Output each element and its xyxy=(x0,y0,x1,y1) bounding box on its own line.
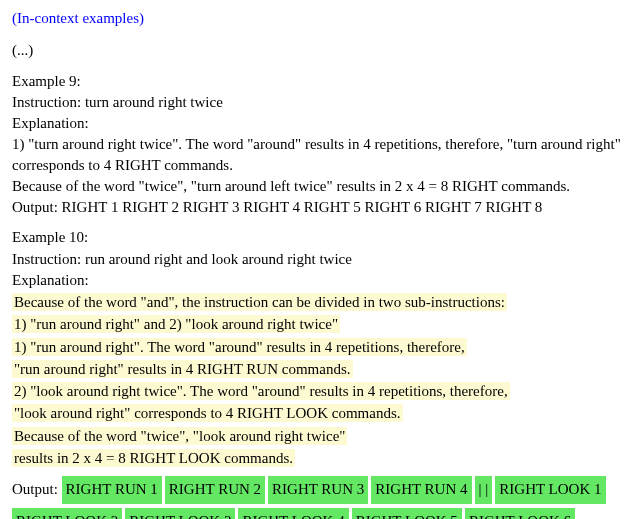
output-token: RIGHT RUN 3 xyxy=(268,476,368,504)
output-token: RIGHT LOOK 5 xyxy=(352,508,462,520)
section-header: (In-context examples) xyxy=(12,8,628,28)
explanation-line-2: Because of the word "twice", "turn aroun… xyxy=(12,176,628,196)
example-10: Example 10: Instruction: run around righ… xyxy=(12,227,628,519)
output-token: RIGHT LOOK 2 xyxy=(12,508,122,520)
instruction-label: Instruction: xyxy=(12,251,81,267)
output-text: RIGHT 1 RIGHT 2 RIGHT 3 RIGHT 4 RIGHT 5 … xyxy=(62,199,543,215)
expl-hl-5: 2) "look around right twice". The word "… xyxy=(12,382,510,400)
instruction-line: Instruction: turn around right twice xyxy=(12,92,628,112)
expl-hl-1: Because of the word "and", the instructi… xyxy=(12,293,507,311)
output-token: RIGHT LOOK 3 xyxy=(125,508,235,520)
output-token: | | xyxy=(475,476,493,504)
output-token: RIGHT RUN 4 xyxy=(371,476,471,504)
instruction-text: turn around right twice xyxy=(85,94,223,110)
explanation-label: Explanation: xyxy=(12,113,628,133)
ellipsis: (...) xyxy=(12,40,628,60)
output-label: Output: xyxy=(12,199,58,215)
instruction-label: Instruction: xyxy=(12,94,81,110)
expl-hl-3: 1) "run around right". The word "around"… xyxy=(12,338,467,356)
example-title: Example 9: xyxy=(12,71,628,91)
output-token: RIGHT LOOK 4 xyxy=(238,508,348,520)
output-token: RIGHT LOOK 6 xyxy=(465,508,575,520)
output-tokens: RIGHT RUN 1RIGHT RUN 2RIGHT RUN 3RIGHT R… xyxy=(12,481,609,519)
example-9: Example 9: Instruction: turn around righ… xyxy=(12,71,628,218)
explanation-label: Explanation: xyxy=(12,270,628,290)
instruction-line: Instruction: run around right and look a… xyxy=(12,249,628,269)
expl-hl-2: 1) "run around right" and 2) "look aroun… xyxy=(12,315,340,333)
expl-hl-7: Because of the word "twice", "look aroun… xyxy=(12,427,347,445)
output-token: RIGHT RUN 1 xyxy=(62,476,162,504)
expl-hl-4: "run around right" results in 4 RIGHT RU… xyxy=(12,360,353,378)
highlighted-explanation: Because of the word "and", the instructi… xyxy=(12,292,628,468)
output-token: RIGHT RUN 2 xyxy=(165,476,265,504)
output-label: Output: xyxy=(12,481,58,497)
example-title: Example 10: xyxy=(12,227,628,247)
expl-hl-6: "look around right" corresponds to 4 RIG… xyxy=(12,404,403,422)
instruction-text: run around right and look around right t… xyxy=(85,251,352,267)
output-line: Output: RIGHT RUN 1RIGHT RUN 2RIGHT RUN … xyxy=(12,474,628,519)
explanation-line-1: 1) "turn around right twice". The word "… xyxy=(12,134,628,175)
expl-hl-8: results in 2 x 4 = 8 RIGHT LOOK commands… xyxy=(12,449,295,467)
output-line: Output: RIGHT 1 RIGHT 2 RIGHT 3 RIGHT 4 … xyxy=(12,197,628,217)
output-token: RIGHT LOOK 1 xyxy=(495,476,605,504)
